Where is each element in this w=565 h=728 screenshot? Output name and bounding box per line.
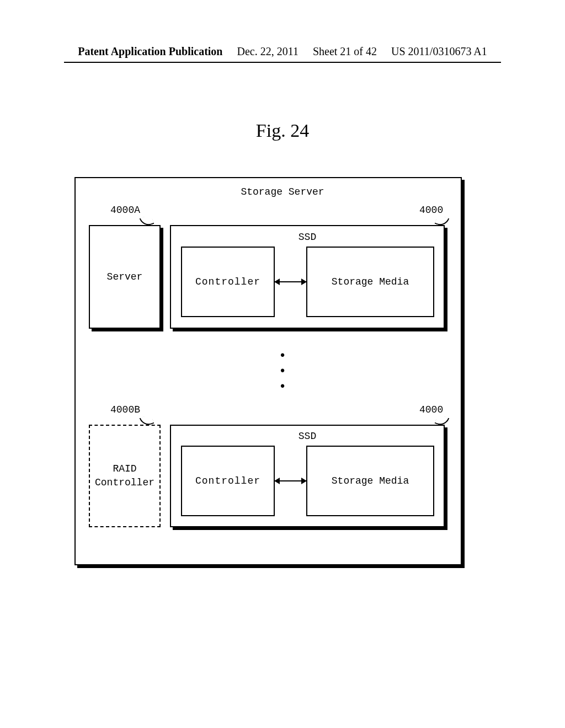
callout-4000-top: 4000 [419, 205, 443, 216]
callout-4000-bot: 4000 [419, 404, 443, 415]
ssd-top-label: SSD [170, 232, 445, 243]
callout-4000A: 4000A [110, 205, 140, 216]
storage-media-bot-block: Storage Media [306, 446, 434, 516]
double-arrow-icon [275, 480, 306, 481]
raid-controller-block: RAID Controller [89, 425, 161, 527]
double-arrow-icon [275, 281, 306, 282]
callout-4000B: 4000B [110, 404, 140, 415]
storage-media-top-block: Storage Media [306, 247, 434, 317]
raid-controller-text: RAID Controller [95, 462, 154, 490]
figure-label: Fig. 24 [0, 120, 565, 141]
ssd-bot-label: SSD [170, 431, 445, 442]
header-pub: Patent Application Publication [78, 45, 222, 58]
server-block: Server [89, 225, 161, 329]
page-header: Patent Application Publication Dec. 22, … [0, 45, 565, 58]
storage-server-title: Storage Server [0, 186, 565, 197]
header-rule [64, 62, 501, 63]
header-pubno: US 2011/0310673 A1 [391, 45, 487, 58]
controller-bot-block: Controller [181, 446, 275, 516]
header-sheet: Sheet 21 of 42 [313, 45, 377, 58]
header-date: Dec. 22, 2011 [237, 45, 298, 58]
controller-top-block: Controller [181, 247, 275, 317]
ellipsis-dots: ••• [0, 344, 565, 399]
